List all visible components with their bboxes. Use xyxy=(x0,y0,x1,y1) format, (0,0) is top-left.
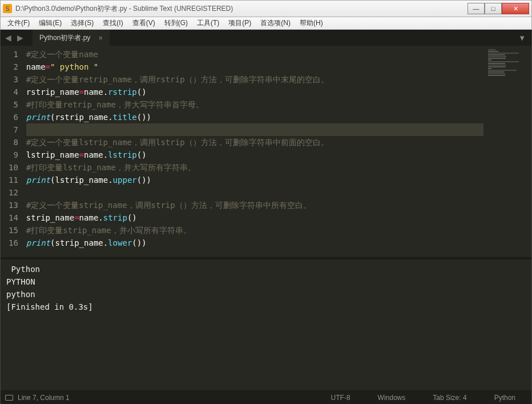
menu-item[interactable]: 查看(V) xyxy=(128,17,160,29)
maximize-button[interactable]: □ xyxy=(485,3,502,14)
line-number: 13 xyxy=(9,199,18,211)
app-icon: S xyxy=(3,4,12,13)
close-button[interactable]: ✕ xyxy=(502,3,529,14)
minimap-line xyxy=(488,54,505,55)
tab-menu-icon[interactable]: ▼ xyxy=(513,30,531,46)
line-number: 7 xyxy=(9,123,18,136)
minimap-line xyxy=(488,63,505,64)
status-line-endings[interactable]: Windows xyxy=(366,394,417,402)
status-cursor: Line 7, Column 1 xyxy=(18,394,70,402)
code-line[interactable]: #打印变量strip_name，并小写所有字符串。 xyxy=(26,224,483,237)
menu-item[interactable]: 帮助(H) xyxy=(295,17,328,29)
code-line[interactable]: print(lstrip_name.upper()) xyxy=(26,174,483,186)
minimap-line xyxy=(488,73,505,74)
code-line[interactable]: #打印变量lstrip_name，并大写所有字符串。 xyxy=(26,161,483,174)
code-line[interactable] xyxy=(26,123,483,136)
editor-window: ◀ ▶ Python初学者.py × ▼ 1234567891011121314… xyxy=(0,30,532,404)
tab-nav: ◀ ▶ xyxy=(1,30,28,46)
tab-bar: ◀ ▶ Python初学者.py × ▼ xyxy=(1,30,531,46)
minimap[interactable] xyxy=(486,46,531,257)
code-line[interactable]: name=" python " xyxy=(26,61,483,73)
window-title: D:\Python3.0\demo\Python初学者.py - Sublime… xyxy=(15,4,467,14)
code-line[interactable]: strip_name=name.strip() xyxy=(26,211,483,224)
code-line[interactable]: #定义一个变量name xyxy=(26,48,483,61)
editor-split: 12345678910111213141516 #定义一个变量namename=… xyxy=(1,46,531,391)
line-number: 11 xyxy=(9,174,18,186)
code-line[interactable]: #定义一个变量strip_name，调用strip（）方法，可删除字符串中所有空… xyxy=(26,199,483,211)
tab-label: Python初学者.py xyxy=(39,33,90,43)
code-line[interactable]: #定义一个变量lstrip_name，调用lstrip（）方法，可删除字符串中前… xyxy=(26,136,483,149)
status-bar: Line 7, Column 1 UTF-8 Windows Tab Size:… xyxy=(1,391,531,404)
menubar: 文件(F)编辑(E)选择(S)查找(I)查看(V)转到(G)工具(T)项目(P)… xyxy=(0,17,532,30)
code-line[interactable]: print(strip_name.lower()) xyxy=(26,237,483,249)
code-editor[interactable]: #定义一个变量namename=" python "#定义一个变量retrip_… xyxy=(23,46,486,257)
minimap-line xyxy=(488,61,519,62)
minimize-button[interactable]: — xyxy=(467,3,485,14)
titlebar: S D:\Python3.0\demo\Python初学者.py - Subli… xyxy=(0,0,532,17)
minimap-line xyxy=(488,58,506,59)
minimap-line xyxy=(488,59,491,61)
menu-item[interactable]: 编辑(E) xyxy=(34,17,66,29)
minimap-line xyxy=(488,56,506,57)
minimap-line xyxy=(488,51,498,52)
menu-item[interactable]: 工具(T) xyxy=(192,17,224,29)
line-number: 12 xyxy=(9,186,18,199)
build-output[interactable]: Python PYTHON python [Finished in 0.3s] xyxy=(1,257,531,391)
minimap-line xyxy=(488,66,506,67)
line-number: 4 xyxy=(9,86,18,98)
line-number: 16 xyxy=(9,237,18,249)
line-gutter: 12345678910111213141516 xyxy=(1,46,23,257)
line-number: 15 xyxy=(9,224,18,237)
line-number: 3 xyxy=(9,73,18,86)
status-syntax[interactable]: Python xyxy=(483,394,527,402)
tab-spacer xyxy=(110,30,513,46)
minimap-line xyxy=(488,65,506,66)
minimap-line xyxy=(488,68,491,69)
line-number: 2 xyxy=(9,61,18,73)
code-line[interactable]: lstrip_name=name.lstrip() xyxy=(26,149,483,161)
tab-close-icon[interactable]: × xyxy=(98,34,103,42)
editor-area: 12345678910111213141516 #定义一个变量namename=… xyxy=(1,46,531,257)
menu-item[interactable]: 首选项(N) xyxy=(256,17,295,29)
menu-item[interactable]: 转到(G) xyxy=(160,17,192,29)
minimap-line xyxy=(488,70,517,71)
status-encoding[interactable]: UTF-8 xyxy=(320,394,362,402)
minimap-line xyxy=(488,49,495,50)
panel-switcher-icon[interactable] xyxy=(5,395,13,401)
code-line[interactable]: rstrip_name=name.rstrip() xyxy=(26,86,483,98)
minimap-line xyxy=(488,53,519,54)
line-number: 14 xyxy=(9,211,18,224)
line-number: 5 xyxy=(9,98,18,111)
line-number: 1 xyxy=(9,48,18,61)
code-line[interactable] xyxy=(26,186,483,199)
menu-item[interactable]: 文件(F) xyxy=(3,17,34,29)
window-controls: — □ ✕ xyxy=(467,3,529,14)
line-number: 10 xyxy=(9,161,18,174)
line-number: 6 xyxy=(9,111,18,123)
status-tab-size[interactable]: Tab Size: 4 xyxy=(421,394,478,402)
tab-prev-icon[interactable]: ◀ xyxy=(3,33,14,42)
menu-item[interactable]: 项目(P) xyxy=(224,17,256,29)
code-line[interactable]: print(rstrip_name.title()) xyxy=(26,111,483,123)
code-line[interactable]: #定义一个变量retrip_name，调用rstrip（）方法，可删除字符串中末… xyxy=(26,73,483,86)
menu-item[interactable]: 选择(S) xyxy=(66,17,98,29)
line-number: 9 xyxy=(9,149,18,161)
code-line[interactable]: #打印变量retrip_name，并大写字符串首字母。 xyxy=(26,98,483,111)
menu-item[interactable]: 查找(I) xyxy=(98,17,127,29)
minimap-line xyxy=(488,71,504,73)
minimap-line xyxy=(488,75,505,76)
file-tab[interactable]: Python初学者.py × xyxy=(33,30,110,46)
line-number: 8 xyxy=(9,136,18,149)
tab-next-icon[interactable]: ▶ xyxy=(15,33,26,42)
